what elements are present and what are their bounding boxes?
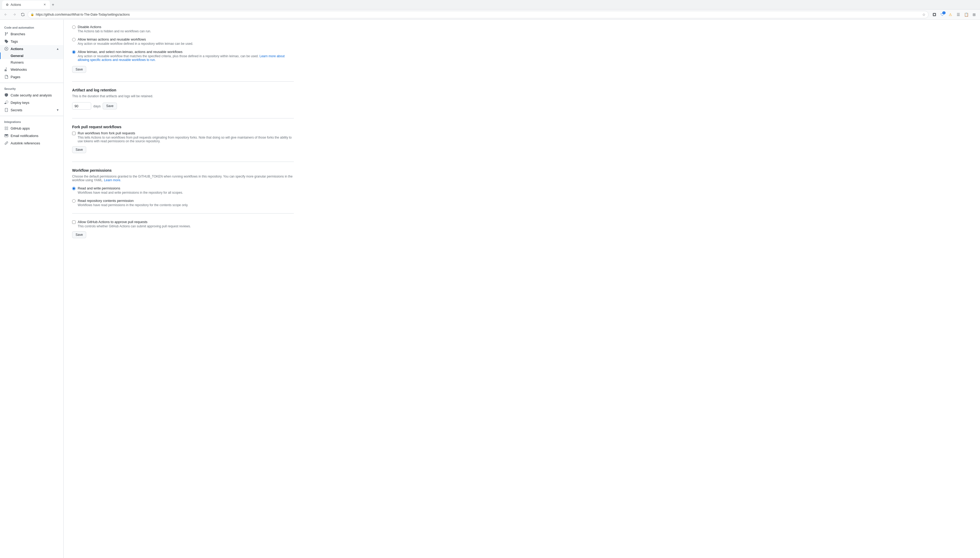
disable-actions-desc: The Actions tab is hidden and no workflo… xyxy=(78,30,151,33)
actions-expand-icon: ▲ xyxy=(56,47,59,50)
pages-icon xyxy=(4,75,8,79)
sidebar-item-autolink[interactable]: Autolink references xyxy=(0,140,63,147)
autolink-label: Autolink references xyxy=(11,141,59,145)
allow-leimao-radio[interactable] xyxy=(72,38,76,41)
allow-select-desc: Any action or reusable workflow that mat… xyxy=(78,54,294,62)
secrets-label: Secrets xyxy=(11,108,54,112)
sidebar-item-webhooks[interactable]: Webhooks xyxy=(0,66,63,73)
read-write-label[interactable]: Read and write permissions xyxy=(78,186,120,190)
code-security-icon xyxy=(4,93,8,97)
sidebar-item-github-apps[interactable]: GitHub apps xyxy=(0,125,63,132)
secrets-icon xyxy=(4,108,8,112)
url-text: https://github.com/leimao/What-Is-The-Da… xyxy=(36,13,921,16)
tag-icon xyxy=(4,39,8,43)
allow-leimao-label[interactable]: Allow leimao actions and reusable workfl… xyxy=(78,37,146,41)
extensions-button[interactable] xyxy=(931,11,938,18)
mail-icon xyxy=(4,133,8,138)
address-bar[interactable]: 🔒 https://github.com/leimao/What-Is-The-… xyxy=(28,11,929,18)
code-security-label: Code security and analysis xyxy=(11,93,59,97)
tags-label: Tags xyxy=(11,39,59,43)
sidebar-subitem-runners[interactable]: Runners xyxy=(0,59,63,66)
actions-label: Actions xyxy=(11,47,54,51)
disable-actions-label[interactable]: Disable Actions xyxy=(78,25,101,29)
general-label: General xyxy=(11,54,23,58)
tab-favicon: ⚙ xyxy=(5,3,9,7)
back-button[interactable] xyxy=(2,11,10,18)
artifact-desc: This is the duration that artifacts and … xyxy=(72,94,294,98)
approve-pr-option: Allow GitHub Actions to approve pull req… xyxy=(72,220,294,228)
webhooks-label: Webhooks xyxy=(11,67,59,72)
read-only-radio[interactable] xyxy=(72,199,76,203)
tab-bar: ⚙ Actions ✕ + xyxy=(2,0,56,10)
tab-close-button[interactable]: ✕ xyxy=(43,3,47,7)
reload-button[interactable] xyxy=(19,11,26,18)
code-automation-label: Code and automation xyxy=(0,24,63,30)
warning-button[interactable]: ⚠ xyxy=(947,11,954,18)
main-content: Disable Actions The Actions tab is hidde… xyxy=(64,20,302,558)
allow-select-label[interactable]: Allow leimao, and select non-leimao, act… xyxy=(78,50,183,54)
active-tab[interactable]: ⚙ Actions ✕ xyxy=(2,0,50,9)
history-button[interactable]: 📋 xyxy=(962,11,970,18)
sidebar-item-pages[interactable]: Pages xyxy=(0,73,63,80)
github-apps-label: GitHub apps xyxy=(11,126,59,130)
sidebar-item-code-security[interactable]: Code security and analysis xyxy=(0,92,63,99)
fork-section: Fork pull request workflows Run workflow… xyxy=(72,125,294,153)
divider-2 xyxy=(72,118,294,118)
bookmark-button[interactable]: ☆ xyxy=(922,12,926,17)
sidebar-item-actions[interactable]: Actions ▲ xyxy=(0,45,63,53)
sidebar: Code and automation Branches Tags Action… xyxy=(0,20,64,558)
key-icon xyxy=(4,100,8,105)
queue-button[interactable]: ☰ xyxy=(955,11,962,18)
actions-play-icon xyxy=(4,47,8,51)
new-tab-button[interactable]: + xyxy=(50,2,56,8)
tab-title: Actions xyxy=(11,3,21,7)
workflow-permissions-title: Workflow permissions xyxy=(72,168,294,172)
browser-chrome: ⚙ Actions ✕ + xyxy=(0,0,980,10)
artifact-save-button[interactable]: Save xyxy=(103,103,117,110)
allow-leimao-option: Allow leimao actions and reusable workfl… xyxy=(72,37,294,46)
profile-button[interactable]: ⊞ xyxy=(970,11,978,18)
webhook-icon xyxy=(4,67,8,72)
shield-badge: 1 xyxy=(942,11,945,15)
artifact-title: Artifact and log retention xyxy=(72,88,294,92)
days-unit: days xyxy=(93,104,100,108)
workflow-permissions-section: Workflow permissions Choose the default … xyxy=(72,168,294,238)
disable-actions-radio[interactable] xyxy=(72,25,76,29)
integrations-label: Integrations xyxy=(0,118,63,125)
allow-select-radio[interactable] xyxy=(72,50,76,54)
workflow-save-button[interactable]: Save xyxy=(72,231,86,238)
read-write-desc: Workflows have read and write permission… xyxy=(78,191,183,194)
permissions-save-button[interactable]: Save xyxy=(72,66,86,73)
secrets-expand-icon: ▼ xyxy=(56,108,59,112)
sidebar-item-email-notifications[interactable]: Email notifications xyxy=(0,132,63,140)
approve-pr-desc: This controls whether GitHub Actions can… xyxy=(78,225,191,228)
workflow-learn-more-link[interactable]: Learn more. xyxy=(104,178,121,182)
artifact-section: Artifact and log retention This is the d… xyxy=(72,88,294,110)
sidebar-item-branches[interactable]: Branches xyxy=(0,30,63,38)
sidebar-item-secrets[interactable]: Secrets ▼ xyxy=(0,106,63,114)
allow-select-option: Allow leimao, and select non-leimao, act… xyxy=(72,50,294,62)
read-only-label[interactable]: Read repository contents permission xyxy=(78,199,134,203)
sidebar-item-tags[interactable]: Tags xyxy=(0,38,63,45)
forward-button[interactable] xyxy=(11,11,18,18)
lock-icon: 🔒 xyxy=(31,13,34,16)
pages-label: Pages xyxy=(11,75,59,79)
sidebar-subitem-general[interactable]: General xyxy=(0,53,63,59)
sidebar-item-deploy-keys[interactable]: Deploy keys xyxy=(0,99,63,106)
read-write-radio[interactable] xyxy=(72,187,76,190)
shield-button[interactable]: 🛡1 xyxy=(939,11,946,18)
fork-checkbox-option: Run workflows from fork pull requests Th… xyxy=(72,131,294,143)
approve-pr-label[interactable]: Allow GitHub Actions to approve pull req… xyxy=(78,220,148,224)
approve-pr-checkbox[interactable] xyxy=(72,220,76,224)
artifact-input-group: days Save xyxy=(72,102,294,110)
divider-1 xyxy=(72,81,294,82)
disable-actions-option: Disable Actions The Actions tab is hidde… xyxy=(72,25,294,33)
fork-save-button[interactable]: Save xyxy=(72,146,86,153)
fork-workflows-label[interactable]: Run workflows from fork pull requests xyxy=(78,131,135,135)
nav-right-buttons: 🛡1 ⚠ ☰ 📋 ⊞ xyxy=(931,11,978,18)
nav-bar: 🔒 https://github.com/leimao/What-Is-The-… xyxy=(0,10,980,20)
workflow-permissions-desc: Choose the default permissions granted t… xyxy=(72,175,294,182)
days-input[interactable] xyxy=(72,102,91,110)
read-write-option: Read and write permissions Workflows hav… xyxy=(72,186,294,194)
fork-workflows-checkbox[interactable] xyxy=(72,132,76,135)
